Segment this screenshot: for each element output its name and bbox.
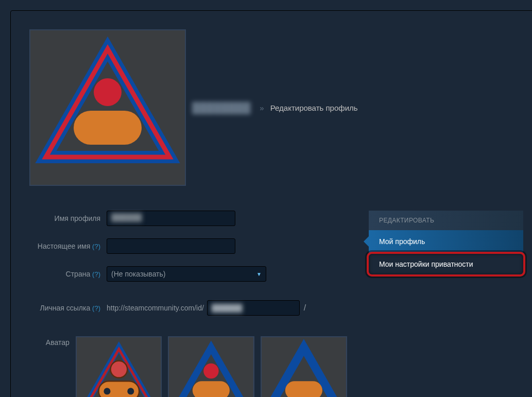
chevron-down-icon: ▼ (256, 271, 262, 277)
svg-point-12 (127, 388, 134, 394)
real-name-label: Настоящее имя (38, 242, 90, 250)
country-selected-value: (Не показывать) (111, 270, 166, 278)
help-icon[interactable]: (?) (92, 270, 100, 278)
svg-point-11 (104, 388, 110, 394)
profile-name-label: Имя профиля (29, 214, 107, 222)
svg-rect-3 (74, 111, 142, 145)
svg-point-18 (204, 364, 219, 378)
edit-form: Имя профиля ██████ Настоящее имя (?) Стр… (29, 211, 352, 397)
avatar-icon (262, 337, 346, 397)
sidebar-item-my-profile[interactable]: Мой профиль (369, 230, 523, 253)
svg-rect-17 (193, 381, 230, 397)
custom-url-prefix: http://steamcommunity.com/id/ (107, 304, 207, 312)
avatar[interactable] (29, 29, 186, 186)
avatar-preview-184 (76, 336, 162, 397)
custom-url-suffix: / (300, 303, 306, 313)
custom-url-input[interactable]: ██████ (207, 300, 300, 316)
avatar-icon (30, 30, 185, 185)
avatar-icon (77, 337, 161, 397)
help-icon[interactable]: (?) (92, 304, 100, 312)
sidebar-item-label: Мои настройки приватности (379, 260, 473, 268)
profile-name-input[interactable]: ██████ (107, 211, 235, 226)
page-title: Редактировать профиль (270, 103, 358, 112)
svg-point-4 (94, 78, 122, 106)
avatar-label: Аватар (29, 336, 76, 347)
custom-url-label: Личная ссылка (40, 304, 90, 312)
country-label: Страна (66, 270, 91, 278)
username[interactable]: ████████ (192, 102, 253, 114)
avatar-preview-64 (168, 336, 254, 397)
sidebar-item-privacy-settings[interactable]: Мои настройки приватности (369, 253, 523, 275)
real-name-input[interactable] (107, 238, 235, 254)
country-select[interactable]: (Не показывать) ▼ (107, 266, 266, 282)
sidebar: РЕДАКТИРОВАТЬ Мой профиль Мои настройки … (369, 211, 523, 397)
help-icon[interactable]: (?) (92, 243, 100, 250)
breadcrumb-separator: » (260, 103, 264, 112)
svg-rect-21 (285, 381, 322, 397)
avatar-preview-32 (261, 336, 347, 397)
profile-header: ████████ » Редактировать профиль (29, 29, 523, 186)
sidebar-header: РЕДАКТИРОВАТЬ (369, 211, 523, 230)
sidebar-item-label: Мой профиль (379, 237, 425, 246)
avatar-icon (169, 337, 253, 397)
